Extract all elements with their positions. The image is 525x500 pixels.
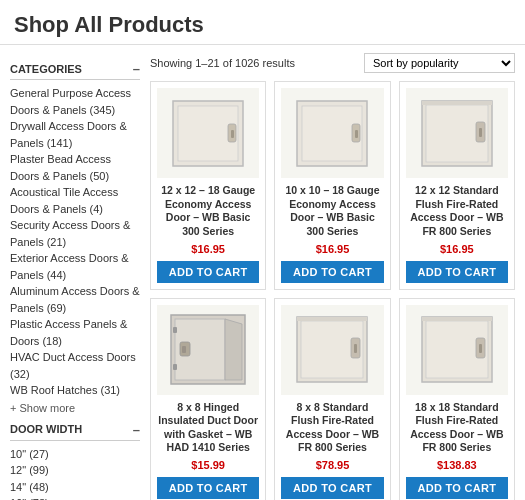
product-price: $16.95	[191, 243, 225, 255]
sidebar-item-wb-roof[interactable]: WB Roof Hatches (31)	[10, 382, 140, 399]
sidebar-section-categories: CATEGORIES –	[10, 61, 140, 80]
svg-rect-18	[173, 327, 177, 333]
sidebar-item-general-purpose[interactable]: General Purpose Access Doors & Panels (3…	[10, 85, 140, 118]
categories-show-more[interactable]: + Show more	[10, 402, 140, 414]
door-width-collapse-icon[interactable]: –	[133, 422, 140, 437]
product-price: $78.95	[316, 459, 350, 471]
svg-rect-11	[479, 128, 482, 137]
categories-list: General Purpose Access Doors & Panels (3…	[10, 85, 140, 399]
svg-rect-29	[422, 317, 492, 321]
sidebar: CATEGORIES – General Purpose Access Door…	[10, 53, 150, 500]
page-header: Shop All Products	[0, 0, 525, 45]
sidebar-item-exterior[interactable]: Exterior Access Doors & Panels (44)	[10, 250, 140, 283]
product-card: 10 x 10 – 18 Gauge Economy Access Door –…	[274, 81, 390, 290]
product-price: $138.83	[437, 459, 477, 471]
sidebar-item-plastic[interactable]: Plastic Access Panels & Doors (18)	[10, 316, 140, 349]
product-image	[406, 88, 508, 178]
add-to-cart-button[interactable]: ADD TO CART	[281, 261, 383, 283]
results-info: Showing 1–21 of 1026 results	[150, 57, 295, 69]
product-price: $16.95	[316, 243, 350, 255]
product-grid: 12 x 12 – 18 Gauge Economy Access Door –…	[150, 81, 515, 500]
add-to-cart-button[interactable]: ADD TO CART	[406, 477, 508, 499]
door-width-12[interactable]: 12" (99)	[10, 462, 140, 479]
product-image	[157, 305, 259, 395]
product-card: 12 x 12 – 18 Gauge Economy Access Door –…	[150, 81, 266, 290]
product-card: 8 x 8 Hinged Insulated Duct Door with Ga…	[150, 298, 266, 500]
sidebar-item-aluminum[interactable]: Aluminum Access Doors & Panels (69)	[10, 283, 140, 316]
product-name: 18 x 18 Standard Flush Fire-Rated Access…	[406, 401, 508, 456]
svg-rect-19	[173, 364, 177, 370]
svg-rect-23	[354, 344, 357, 353]
product-name: 10 x 10 – 18 Gauge Economy Access Door –…	[281, 184, 383, 239]
svg-rect-24	[297, 317, 367, 321]
add-to-cart-button[interactable]: ADD TO CART	[406, 261, 508, 283]
svg-rect-3	[231, 130, 234, 138]
svg-marker-15	[225, 319, 242, 380]
sidebar-section-door-width: DOOR WIDTH –	[10, 422, 140, 441]
sidebar-item-hvac[interactable]: HVAC Duct Access Doors (32)	[10, 349, 140, 382]
svg-rect-17	[182, 346, 186, 353]
product-card: 18 x 18 Standard Flush Fire-Rated Access…	[399, 298, 515, 500]
product-card: 8 x 8 Standard Flush Fire-Rated Access D…	[274, 298, 390, 500]
product-price: $16.95	[440, 243, 474, 255]
door-width-16[interactable]: 16" (78)	[10, 495, 140, 500]
svg-rect-28	[479, 344, 482, 353]
product-name: 12 x 12 – 18 Gauge Economy Access Door –…	[157, 184, 259, 239]
product-image	[281, 305, 383, 395]
product-name: 12 x 12 Standard Flush Fire-Rated Access…	[406, 184, 508, 239]
door-width-10[interactable]: 10" (27)	[10, 446, 140, 463]
sidebar-item-drywall[interactable]: Drywall Access Doors & Panels (141)	[10, 118, 140, 151]
door-width-list: 10" (27) 12" (99) 14" (48) 16" (78) 18" …	[10, 446, 140, 501]
product-image	[157, 88, 259, 178]
product-image	[406, 305, 508, 395]
add-to-cart-button[interactable]: ADD TO CART	[157, 261, 259, 283]
door-width-14[interactable]: 14" (48)	[10, 479, 140, 496]
content-header: Showing 1–21 of 1026 results Sort by pop…	[150, 53, 515, 73]
sidebar-section-title-door-width: DOOR WIDTH	[10, 423, 82, 435]
page-title: Shop All Products	[0, 0, 525, 45]
main-content: Showing 1–21 of 1026 results Sort by pop…	[150, 53, 515, 500]
categories-collapse-icon[interactable]: –	[133, 61, 140, 76]
add-to-cart-button[interactable]: ADD TO CART	[157, 477, 259, 499]
product-image	[281, 88, 383, 178]
sort-select[interactable]: Sort by popularity Sort by latest Sort b…	[364, 53, 515, 73]
svg-rect-12	[422, 101, 492, 105]
product-card: 12 x 12 Standard Flush Fire-Rated Access…	[399, 81, 515, 290]
product-name: 8 x 8 Standard Flush Fire-Rated Access D…	[281, 401, 383, 456]
show-more-icon: +	[10, 402, 16, 414]
add-to-cart-button[interactable]: ADD TO CART	[281, 477, 383, 499]
product-name: 8 x 8 Hinged Insulated Duct Door with Ga…	[157, 401, 259, 456]
sidebar-item-security[interactable]: Security Access Doors & Panels (21)	[10, 217, 140, 250]
svg-rect-7	[355, 130, 358, 138]
product-price: $15.99	[191, 459, 225, 471]
sidebar-section-title-categories: CATEGORIES	[10, 63, 82, 75]
categories-show-more-label: Show more	[19, 402, 75, 414]
sidebar-item-plaster[interactable]: Plaster Bead Access Doors & Panels (50)	[10, 151, 140, 184]
sidebar-item-acoustical[interactable]: Acoustical Tile Access Doors & Panels (4…	[10, 184, 140, 217]
